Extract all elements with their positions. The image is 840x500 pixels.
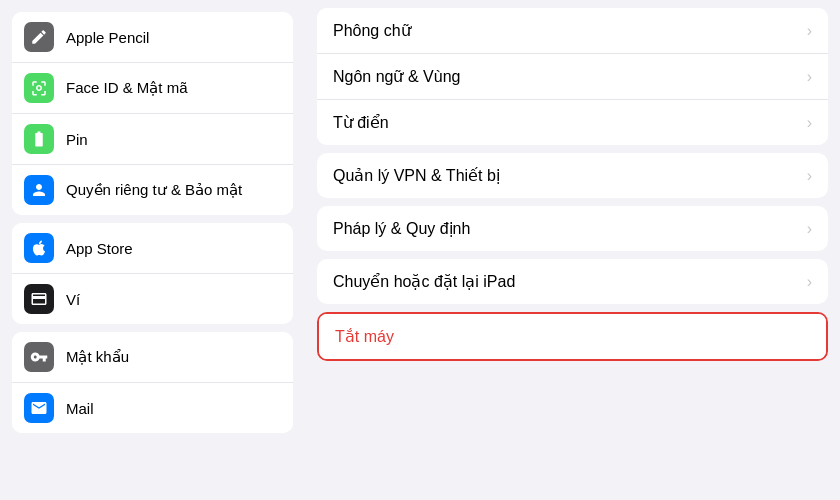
- sidebar-group-3: Mật khẩu Mail: [12, 332, 293, 433]
- sidebar-item-apple-pencil[interactable]: Apple Pencil: [12, 12, 293, 63]
- fonts-chevron: ›: [807, 22, 812, 40]
- wallet-label: Ví: [66, 291, 80, 308]
- transfer-chevron: ›: [807, 273, 812, 291]
- language-item[interactable]: Ngôn ngữ & Vùng ›: [317, 54, 828, 100]
- vpn-chevron: ›: [807, 167, 812, 185]
- sidebar-item-privacy[interactable]: Quyền riêng tư & Bảo mật: [12, 165, 293, 215]
- transfer-label: Chuyển hoặc đặt lại iPad: [333, 272, 515, 291]
- legal-item[interactable]: Pháp lý & Quy định ›: [317, 206, 828, 251]
- sidebar: Apple Pencil Face ID & Mật mã Pin: [0, 0, 305, 500]
- apple-pencil-label: Apple Pencil: [66, 29, 149, 46]
- battery-icon: [24, 124, 54, 154]
- privacy-icon: [24, 175, 54, 205]
- legal-chevron: ›: [807, 220, 812, 238]
- main-group-3: Pháp lý & Quy định ›: [317, 206, 828, 251]
- legal-label: Pháp lý & Quy định: [333, 219, 470, 238]
- main-group-5: Tắt máy: [317, 312, 828, 361]
- sidebar-group-1: Apple Pencil Face ID & Mật mã Pin: [12, 12, 293, 215]
- main-group-4: Chuyển hoặc đặt lại iPad ›: [317, 259, 828, 304]
- vpn-item[interactable]: Quản lý VPN & Thiết bị ›: [317, 153, 828, 198]
- fonts-label: Phông chữ: [333, 21, 411, 40]
- sidebar-item-wallet[interactable]: Ví: [12, 274, 293, 324]
- passwords-label: Mật khẩu: [66, 348, 129, 366]
- sidebar-item-battery[interactable]: Pin: [12, 114, 293, 165]
- shutdown-label: Tắt máy: [335, 327, 394, 346]
- transfer-item[interactable]: Chuyển hoặc đặt lại iPad ›: [317, 259, 828, 304]
- language-chevron: ›: [807, 68, 812, 86]
- wallet-icon: [24, 284, 54, 314]
- main-group-2: Quản lý VPN & Thiết bị ›: [317, 153, 828, 198]
- fonts-item[interactable]: Phông chữ ›: [317, 8, 828, 54]
- sidebar-group-2: App Store Ví: [12, 223, 293, 324]
- face-id-label: Face ID & Mật mã: [66, 79, 188, 97]
- mail-icon: [24, 393, 54, 423]
- main-group-1: Phông chữ › Ngôn ngữ & Vùng › Từ điển ›: [317, 8, 828, 145]
- pencil-icon: [24, 22, 54, 52]
- appstore-icon: [24, 233, 54, 263]
- mail-label: Mail: [66, 400, 94, 417]
- sidebar-item-app-store[interactable]: App Store: [12, 223, 293, 274]
- shutdown-item[interactable]: Tắt máy: [319, 314, 826, 359]
- main-content: Phông chữ › Ngôn ngữ & Vùng › Từ điển › …: [305, 0, 840, 500]
- faceid-icon: [24, 73, 54, 103]
- pin-label: Pin: [66, 131, 88, 148]
- dictionary-chevron: ›: [807, 114, 812, 132]
- privacy-label: Quyền riêng tư & Bảo mật: [66, 181, 242, 199]
- vpn-label: Quản lý VPN & Thiết bị: [333, 166, 500, 185]
- language-label: Ngôn ngữ & Vùng: [333, 67, 460, 86]
- sidebar-item-face-id[interactable]: Face ID & Mật mã: [12, 63, 293, 114]
- sidebar-item-mail[interactable]: Mail: [12, 383, 293, 433]
- app-store-label: App Store: [66, 240, 133, 257]
- sidebar-item-passwords[interactable]: Mật khẩu: [12, 332, 293, 383]
- dictionary-item[interactable]: Từ điển ›: [317, 100, 828, 145]
- dictionary-label: Từ điển: [333, 113, 389, 132]
- passwords-icon: [24, 342, 54, 372]
